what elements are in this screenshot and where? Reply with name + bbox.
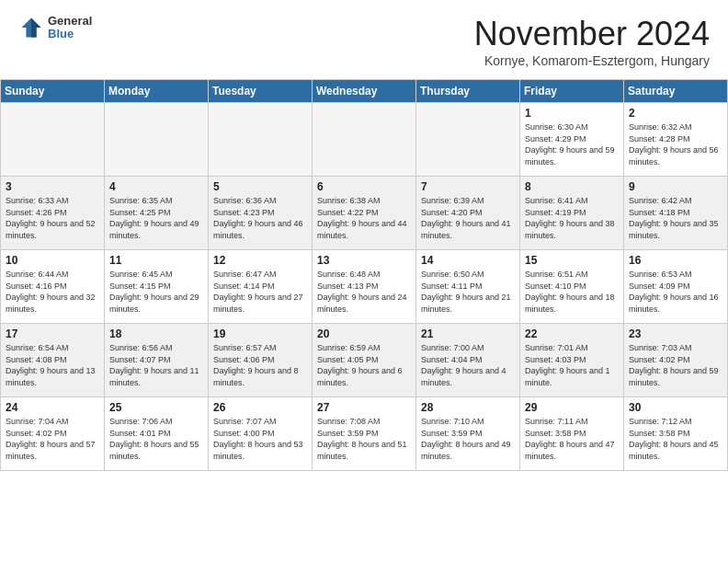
day-info: Sunrise: 6:39 AM Sunset: 4:20 PM Dayligh… — [421, 195, 515, 241]
day-number: 10 — [6, 254, 99, 267]
weekday-header: Thursday — [416, 80, 520, 103]
calendar-cell: 26Sunrise: 7:07 AM Sunset: 4:00 PM Dayli… — [209, 397, 313, 471]
day-number: 1 — [525, 107, 619, 120]
page-header: General Blue November 2024 Kornye, Komar… — [0, 0, 728, 75]
calendar-week-row: 24Sunrise: 7:04 AM Sunset: 4:02 PM Dayli… — [1, 397, 728, 471]
day-number: 29 — [525, 401, 619, 414]
day-info: Sunrise: 7:10 AM Sunset: 3:59 PM Dayligh… — [421, 416, 515, 462]
calendar-cell — [209, 103, 313, 177]
title-block: November 2024 Kornye, Komarom-Esztergom,… — [474, 15, 710, 68]
day-info: Sunrise: 7:07 AM Sunset: 4:00 PM Dayligh… — [213, 416, 307, 462]
day-info: Sunrise: 6:54 AM Sunset: 4:08 PM Dayligh… — [6, 342, 99, 388]
location: Kornye, Komarom-Esztergom, Hungary — [474, 53, 710, 68]
day-info: Sunrise: 7:00 AM Sunset: 4:04 PM Dayligh… — [421, 342, 515, 388]
calendar: SundayMondayTuesdayWednesdayThursdayFrid… — [0, 79, 728, 471]
calendar-cell: 30Sunrise: 7:12 AM Sunset: 3:58 PM Dayli… — [624, 397, 728, 471]
day-number: 20 — [317, 327, 411, 340]
calendar-cell: 27Sunrise: 7:08 AM Sunset: 3:59 PM Dayli… — [313, 397, 416, 471]
calendar-cell — [1, 103, 105, 177]
calendar-cell: 19Sunrise: 6:57 AM Sunset: 4:06 PM Dayli… — [209, 324, 313, 397]
calendar-cell: 15Sunrise: 6:51 AM Sunset: 4:10 PM Dayli… — [520, 250, 624, 324]
day-info: Sunrise: 6:59 AM Sunset: 4:05 PM Dayligh… — [317, 342, 411, 388]
calendar-cell: 14Sunrise: 6:50 AM Sunset: 4:11 PM Dayli… — [416, 250, 520, 324]
day-info: Sunrise: 7:01 AM Sunset: 4:03 PM Dayligh… — [525, 342, 619, 388]
calendar-cell: 2Sunrise: 6:32 AM Sunset: 4:28 PM Daylig… — [624, 103, 728, 177]
day-info: Sunrise: 6:42 AM Sunset: 4:18 PM Dayligh… — [629, 195, 722, 241]
calendar-cell: 10Sunrise: 6:44 AM Sunset: 4:16 PM Dayli… — [1, 250, 105, 324]
day-number: 24 — [6, 401, 99, 414]
day-number: 30 — [629, 401, 722, 414]
calendar-cell: 24Sunrise: 7:04 AM Sunset: 4:02 PM Dayli… — [1, 397, 105, 471]
day-info: Sunrise: 6:50 AM Sunset: 4:11 PM Dayligh… — [421, 269, 515, 315]
calendar-cell: 16Sunrise: 6:53 AM Sunset: 4:09 PM Dayli… — [624, 250, 728, 324]
day-number: 16 — [629, 254, 722, 267]
calendar-cell: 3Sunrise: 6:33 AM Sunset: 4:26 PM Daylig… — [1, 177, 105, 250]
day-number: 11 — [109, 254, 203, 267]
calendar-cell — [313, 103, 416, 177]
day-number: 14 — [421, 254, 515, 267]
day-number: 28 — [421, 401, 515, 414]
calendar-cell: 29Sunrise: 7:11 AM Sunset: 3:58 PM Dayli… — [520, 397, 624, 471]
calendar-cell: 25Sunrise: 7:06 AM Sunset: 4:01 PM Dayli… — [105, 397, 209, 471]
calendar-cell: 5Sunrise: 6:36 AM Sunset: 4:23 PM Daylig… — [209, 177, 313, 250]
day-info: Sunrise: 6:51 AM Sunset: 4:10 PM Dayligh… — [525, 269, 619, 315]
day-info: Sunrise: 6:57 AM Sunset: 4:06 PM Dayligh… — [213, 342, 307, 388]
day-info: Sunrise: 6:30 AM Sunset: 4:29 PM Dayligh… — [525, 121, 619, 167]
day-info: Sunrise: 6:38 AM Sunset: 4:22 PM Dayligh… — [317, 195, 411, 241]
day-number: 6 — [317, 180, 411, 193]
svg-marker-1 — [31, 18, 41, 38]
day-number: 23 — [629, 327, 722, 340]
calendar-cell: 17Sunrise: 6:54 AM Sunset: 4:08 PM Dayli… — [1, 324, 105, 397]
day-info: Sunrise: 7:06 AM Sunset: 4:01 PM Dayligh… — [109, 416, 203, 462]
day-info: Sunrise: 6:36 AM Sunset: 4:23 PM Dayligh… — [213, 195, 307, 241]
calendar-cell: 18Sunrise: 6:56 AM Sunset: 4:07 PM Dayli… — [105, 324, 209, 397]
day-number: 7 — [421, 180, 515, 193]
day-number: 2 — [629, 107, 722, 120]
calendar-week-row: 1Sunrise: 6:30 AM Sunset: 4:29 PM Daylig… — [1, 103, 728, 177]
day-info: Sunrise: 7:11 AM Sunset: 3:58 PM Dayligh… — [525, 416, 619, 462]
calendar-cell: 6Sunrise: 6:38 AM Sunset: 4:22 PM Daylig… — [313, 177, 416, 250]
day-number: 15 — [525, 254, 619, 267]
calendar-cell: 4Sunrise: 6:35 AM Sunset: 4:25 PM Daylig… — [105, 177, 209, 250]
day-info: Sunrise: 6:35 AM Sunset: 4:25 PM Dayligh… — [109, 195, 203, 241]
calendar-cell — [105, 103, 209, 177]
calendar-cell: 7Sunrise: 6:39 AM Sunset: 4:20 PM Daylig… — [416, 177, 520, 250]
day-info: Sunrise: 6:53 AM Sunset: 4:09 PM Dayligh… — [629, 269, 722, 315]
calendar-week-row: 10Sunrise: 6:44 AM Sunset: 4:16 PM Dayli… — [1, 250, 728, 324]
day-number: 26 — [213, 401, 307, 414]
day-info: Sunrise: 6:32 AM Sunset: 4:28 PM Dayligh… — [629, 121, 722, 167]
weekday-header: Monday — [105, 80, 209, 103]
calendar-cell: 9Sunrise: 6:42 AM Sunset: 4:18 PM Daylig… — [624, 177, 728, 250]
weekday-header: Saturday — [624, 80, 728, 103]
day-number: 13 — [317, 254, 411, 267]
calendar-cell: 28Sunrise: 7:10 AM Sunset: 3:59 PM Dayli… — [416, 397, 520, 471]
calendar-cell: 1Sunrise: 6:30 AM Sunset: 4:29 PM Daylig… — [520, 103, 624, 177]
weekday-header: Tuesday — [209, 80, 313, 103]
day-info: Sunrise: 6:56 AM Sunset: 4:07 PM Dayligh… — [109, 342, 203, 388]
calendar-week-row: 17Sunrise: 6:54 AM Sunset: 4:08 PM Dayli… — [1, 324, 728, 397]
day-info: Sunrise: 7:03 AM Sunset: 4:02 PM Dayligh… — [629, 342, 722, 388]
day-number: 21 — [421, 327, 515, 340]
calendar-cell: 13Sunrise: 6:48 AM Sunset: 4:13 PM Dayli… — [313, 250, 416, 324]
calendar-cell — [416, 103, 520, 177]
weekday-header-row: SundayMondayTuesdayWednesdayThursdayFrid… — [1, 80, 728, 103]
day-info: Sunrise: 6:45 AM Sunset: 4:15 PM Dayligh… — [109, 269, 203, 315]
weekday-header: Wednesday — [313, 80, 416, 103]
day-info: Sunrise: 7:12 AM Sunset: 3:58 PM Dayligh… — [629, 416, 722, 462]
day-info: Sunrise: 6:48 AM Sunset: 4:13 PM Dayligh… — [317, 269, 411, 315]
day-info: Sunrise: 6:41 AM Sunset: 4:19 PM Dayligh… — [525, 195, 619, 241]
calendar-cell: 21Sunrise: 7:00 AM Sunset: 4:04 PM Dayli… — [416, 324, 520, 397]
calendar-cell: 11Sunrise: 6:45 AM Sunset: 4:15 PM Dayli… — [105, 250, 209, 324]
day-number: 4 — [109, 180, 203, 193]
logo[interactable]: General Blue — [18, 15, 92, 41]
calendar-cell: 22Sunrise: 7:01 AM Sunset: 4:03 PM Dayli… — [520, 324, 624, 397]
weekday-header: Friday — [520, 80, 624, 103]
day-number: 22 — [525, 327, 619, 340]
calendar-cell: 12Sunrise: 6:47 AM Sunset: 4:14 PM Dayli… — [209, 250, 313, 324]
day-number: 18 — [109, 327, 203, 340]
day-info: Sunrise: 6:33 AM Sunset: 4:26 PM Dayligh… — [6, 195, 99, 241]
calendar-cell: 23Sunrise: 7:03 AM Sunset: 4:02 PM Dayli… — [624, 324, 728, 397]
day-number: 17 — [6, 327, 99, 340]
day-number: 5 — [213, 180, 307, 193]
day-info: Sunrise: 6:47 AM Sunset: 4:14 PM Dayligh… — [213, 269, 307, 315]
